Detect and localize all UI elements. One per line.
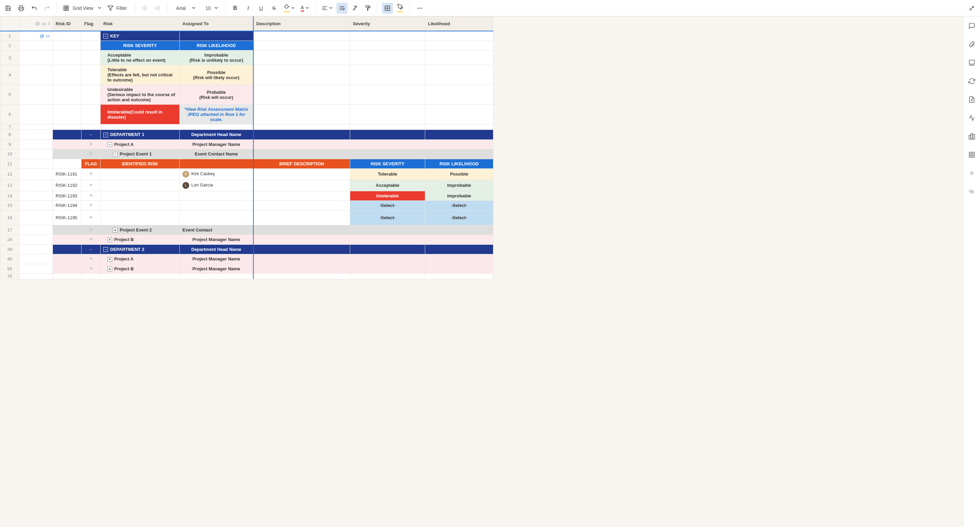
col-assigned[interactable]: Assigned To xyxy=(180,17,253,31)
view-switcher[interactable]: Grid View xyxy=(61,3,103,14)
flag-icon[interactable]: ⚑ xyxy=(89,193,93,198)
view-label: Grid View xyxy=(71,5,94,11)
collapse-toggle[interactable]: − xyxy=(107,142,112,147)
sheet-table: @▭i Risk ID Flag Risk Assigned To Descri… xyxy=(0,16,493,279)
col-severity[interactable]: Severity xyxy=(350,17,425,31)
row-14[interactable]: 14 RISK-1193 ⚑ Intolerable Improbable xyxy=(0,191,493,200)
row-5[interactable]: 5 Undesirable(Serious impact to the cour… xyxy=(0,85,493,105)
fill-color-button[interactable] xyxy=(282,3,297,14)
flag-icon[interactable]: ⚑ xyxy=(89,203,93,208)
filter-button[interactable]: Filter xyxy=(105,3,130,14)
text-color-button[interactable]: A xyxy=(299,3,311,14)
format-painter-button[interactable] xyxy=(363,3,373,14)
flag-icon[interactable]: ⚑ xyxy=(89,256,93,262)
row-icons-header[interactable]: @▭i xyxy=(19,17,53,31)
flag-icon[interactable]: ⚑ xyxy=(89,142,93,147)
salesforce-button[interactable] xyxy=(967,187,977,196)
flag-icon[interactable]: ⚑ xyxy=(89,215,93,220)
outdent-button[interactable] xyxy=(139,3,150,14)
grid-area[interactable]: @▭i Risk ID Flag Risk Assigned To Descri… xyxy=(0,16,963,527)
attachment-icon[interactable]: @ xyxy=(40,33,45,38)
row-3[interactable]: 3 Acceptable(Little to no effect on even… xyxy=(0,51,493,65)
font-family-select[interactable]: Arial xyxy=(172,3,199,14)
collapse-toggle[interactable]: − xyxy=(103,34,108,38)
flag-icon[interactable]: ⚑ xyxy=(89,227,93,232)
row-12[interactable]: 12 RISK-1191 ⚑ KKirk Caskey Tolerable Po… xyxy=(0,168,493,179)
chevron-down-icon xyxy=(192,5,196,11)
collapse-toggle[interactable]: − xyxy=(103,247,108,252)
row-9[interactable]: 9 ⚑ −Project A Project Manager Name xyxy=(0,140,493,149)
row-7[interactable]: 7 xyxy=(0,124,493,130)
expand-toggle[interactable]: + xyxy=(107,267,112,271)
activity-log-button[interactable] xyxy=(967,113,977,123)
strikethrough-button[interactable]: S xyxy=(269,3,280,14)
attachments-button[interactable] xyxy=(967,40,977,49)
row-15[interactable]: 15 RISK-1194 ⚑ -Select- -Select- xyxy=(0,200,493,210)
row-39[interactable]: 39 - −DEPARTMENT 2 Department Head Name xyxy=(0,244,493,254)
column-header-row: @▭i Risk ID Flag Risk Assigned To Descri… xyxy=(0,17,493,31)
comment-icon[interactable]: ▭ xyxy=(46,33,50,38)
flag-icon[interactable]: ⚑ xyxy=(89,237,93,242)
row-11[interactable]: 11 FLAG IDENTIFIED RISK BRIEF DESCRIPTIO… xyxy=(0,159,493,168)
row-13[interactable]: 13 RISK-1192 ⚑ LLori Garcia Acceptable I… xyxy=(0,179,493,191)
underline-button[interactable]: U xyxy=(256,3,267,14)
chevron-down-icon xyxy=(305,5,309,11)
row-10[interactable]: 10 ⚑ −Project Event 1 Event Contact Name xyxy=(0,149,493,159)
align-button[interactable] xyxy=(320,3,334,14)
col-likelihood[interactable]: Likelihood xyxy=(425,17,493,31)
row-2[interactable]: 2 RISK SEVERITY RISK LIKELIHOOD xyxy=(0,41,493,51)
proofs-button[interactable] xyxy=(967,58,977,68)
flag-icon[interactable]: ⚑ xyxy=(89,171,93,176)
row-icons[interactable]: @▭ xyxy=(19,31,53,41)
flag-icon[interactable]: ⚑ xyxy=(89,183,93,188)
flag-icon[interactable]: ⚑ xyxy=(89,151,93,156)
expand-toggle[interactable]: + xyxy=(107,257,112,262)
svg-line-26 xyxy=(969,8,971,10)
row-55[interactable]: 55 ⚑ +Project B Project Manager Name xyxy=(0,264,493,274)
brandfolder-button[interactable] xyxy=(967,150,977,160)
col-description[interactable]: Description xyxy=(253,17,350,31)
save-button[interactable] xyxy=(3,3,14,14)
conversations-button[interactable] xyxy=(967,21,977,31)
row-1[interactable]: 1 @▭ −KEY xyxy=(0,31,493,41)
publish-button[interactable] xyxy=(967,95,977,104)
print-button[interactable] xyxy=(16,3,27,14)
summary-button[interactable] xyxy=(967,132,977,141)
highlight-button[interactable] xyxy=(395,3,406,14)
row-40[interactable]: 40 ⚑ +Project A Project Manager Name xyxy=(0,254,493,264)
col-risk[interactable]: Risk xyxy=(100,17,180,31)
expand-toggle[interactable]: + xyxy=(113,228,118,232)
redo-button[interactable] xyxy=(41,3,52,14)
expand-toggle[interactable]: + xyxy=(107,238,112,242)
row-6[interactable]: 6 Intolerable(Could result in disaster) … xyxy=(0,105,493,124)
collapse-toggle[interactable]: − xyxy=(103,133,108,137)
col-risk-id[interactable]: Risk ID xyxy=(53,17,81,31)
avatar: K xyxy=(183,171,189,178)
wrap-button[interactable] xyxy=(337,3,347,14)
collapse-toggle[interactable]: − xyxy=(113,152,118,157)
row-16[interactable]: 16 RISK-1195 ⚑ -Select- -Select- xyxy=(0,210,493,225)
bold-button[interactable]: B xyxy=(230,3,241,14)
update-requests-button[interactable] xyxy=(967,76,977,86)
row-70[interactable]: 70 xyxy=(0,274,493,279)
svg-rect-27 xyxy=(969,60,974,64)
rownum-header[interactable] xyxy=(0,17,19,31)
borders-button[interactable] xyxy=(382,3,393,14)
row-8[interactable]: 8 - −DEPARTMENT 1 Department Head Name xyxy=(0,130,493,140)
font-size-select[interactable]: 10 xyxy=(201,3,221,14)
undo-button[interactable] xyxy=(29,3,40,14)
resource-mgmt-button[interactable] xyxy=(967,168,977,178)
chevron-down-icon xyxy=(291,5,294,11)
more-button[interactable] xyxy=(414,3,425,14)
chevron-down-icon xyxy=(215,5,218,11)
row-4[interactable]: 4 Tolerable(Effects are felt, but not cr… xyxy=(0,65,493,85)
indent-button[interactable] xyxy=(152,3,163,14)
col-flag[interactable]: Flag xyxy=(81,17,100,31)
italic-button[interactable]: I xyxy=(243,3,254,14)
collapse-toolbar-button[interactable] xyxy=(966,3,977,14)
row-17[interactable]: 17 ⚑ +Project Event 2 Event Contact xyxy=(0,225,493,235)
flag-icon[interactable]: ⚑ xyxy=(89,266,93,271)
row-24[interactable]: 24 ⚑ +Project B Project Manager Name xyxy=(0,235,493,245)
clear-format-button[interactable] xyxy=(350,3,360,14)
svg-rect-31 xyxy=(969,135,970,140)
